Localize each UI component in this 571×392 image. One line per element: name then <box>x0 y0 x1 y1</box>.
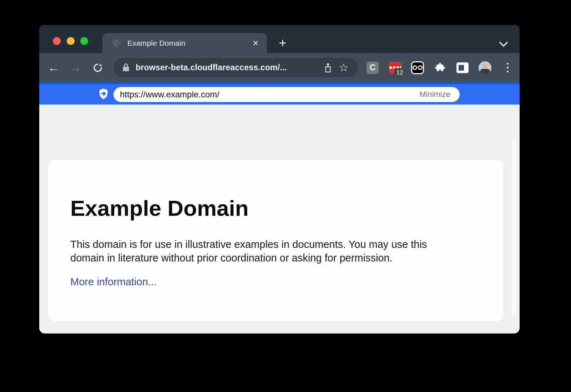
content-card: Example Domain This domain is for use in… <box>48 160 503 321</box>
back-button[interactable]: ← <box>45 53 62 82</box>
reload-button[interactable] <box>89 53 106 82</box>
extension-badge: 12 <box>394 68 405 77</box>
body-line-2: domain in literature without prior coord… <box>70 252 393 264</box>
browser-menu-button[interactable] <box>501 61 514 74</box>
puzzle-icon <box>434 62 446 73</box>
page-body-text: This domain is for use in illustrative e… <box>70 238 427 265</box>
extension-dark-icon <box>411 61 424 74</box>
share-button[interactable] <box>320 60 336 75</box>
shield-icon <box>98 88 108 100</box>
tab-title: Example Domain <box>127 39 251 47</box>
page-title: Example Domain <box>70 195 249 221</box>
lock-icon <box>122 63 130 72</box>
extensions-row: C 12 <box>366 53 514 82</box>
side-panel-icon <box>456 62 469 73</box>
globe-favicon-icon <box>112 39 121 48</box>
extension-dark-button[interactable] <box>411 61 424 74</box>
kebab-menu-icon <box>507 63 509 72</box>
window-zoom-button[interactable] <box>80 37 88 45</box>
reload-icon <box>92 62 103 73</box>
minimize-bar-button[interactable]: Minimize <box>419 90 450 99</box>
isolated-url-field[interactable]: Minimize <box>113 87 460 102</box>
bookmark-star-icon: ☆ <box>339 62 349 73</box>
forward-button[interactable]: → <box>67 53 84 82</box>
address-bar[interactable]: browser-beta.cloudflareaccess.com/... ☆ <box>113 58 358 77</box>
web-page-viewport: Example Domain This domain is for use in… <box>39 105 520 334</box>
tab-strip: Example Domain × + <box>39 25 520 53</box>
isolated-url-input[interactable] <box>120 90 419 100</box>
side-panel-button[interactable] <box>456 61 469 74</box>
share-icon <box>323 62 333 73</box>
tab-example-domain[interactable]: Example Domain × <box>102 33 267 53</box>
isolation-bar: Minimize <box>39 82 520 105</box>
window-close-button[interactable] <box>53 37 61 45</box>
isolation-bar-border <box>39 82 520 84</box>
body-line-1: This domain is for use in illustrative e… <box>70 239 427 250</box>
extensions-menu-button[interactable] <box>434 61 446 74</box>
new-tab-button[interactable]: + <box>275 35 290 51</box>
tab-search-chevron-icon[interactable] <box>500 39 510 49</box>
tab-close-icon[interactable]: × <box>251 38 260 49</box>
desktop-background: Example Domain × + ← → <box>0 0 571 392</box>
browser-window: Example Domain × + ← → <box>39 25 520 334</box>
browser-toolbar: ← → browser-beta.cloudflareaccess.com/..… <box>39 53 520 82</box>
extension-red-button[interactable]: 12 <box>389 61 401 74</box>
profile-button[interactable] <box>479 61 491 74</box>
extension-red-icon: 12 <box>389 62 401 74</box>
address-bar-url: browser-beta.cloudflareaccess.com/... <box>136 63 320 72</box>
bookmark-button[interactable]: ☆ <box>336 60 352 75</box>
more-information-link[interactable]: More information... <box>70 276 157 288</box>
profile-avatar <box>479 61 491 74</box>
extension-c-icon: C <box>367 62 379 74</box>
extension-c-button[interactable]: C <box>366 61 379 74</box>
vertical-scrollbar[interactable] <box>511 139 517 316</box>
window-minimize-button[interactable] <box>67 37 75 45</box>
